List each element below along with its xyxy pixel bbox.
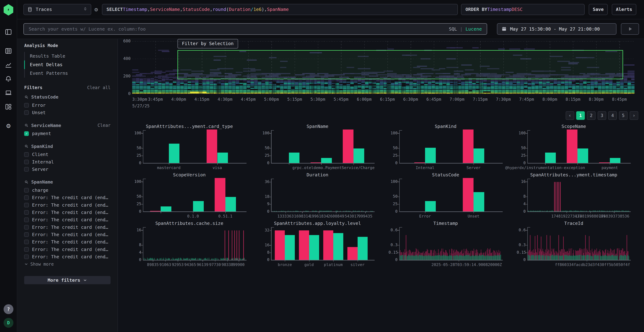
bar-green[interactable]	[578, 148, 588, 163]
checkbox[interactable]	[24, 103, 28, 108]
bar-pink[interactable]	[348, 247, 358, 260]
pagination-page-3[interactable]: 3	[598, 111, 606, 120]
checkbox[interactable]	[24, 203, 28, 207]
mini-chart-scope-version[interactable]: ScopeVersion025501000.1.00.51.1	[132, 172, 246, 219]
checkbox[interactable]	[24, 110, 28, 115]
checkbox[interactable]	[24, 188, 28, 192]
bar-pink[interactable]	[343, 130, 354, 163]
mini-chart-status-code[interactable]: StatusCode02550100ErrorUnset	[388, 172, 503, 219]
bar-green[interactable]	[354, 148, 364, 163]
pagination-prev[interactable]: ‹	[566, 111, 574, 120]
mini-chart-payment-timestamp[interactable]: SpanAttributes...yment.timestamp04816174…	[517, 172, 631, 219]
more-filters-button[interactable]: More filters	[24, 276, 110, 284]
mini-chart-timestamp[interactable]: Timestamp00.150.30.62025-05-28T03:59:14.…	[388, 220, 503, 268]
filter-option[interactable]: Error: The credit card (end…	[24, 246, 110, 253]
search-logs-icon[interactable]	[4, 46, 14, 56]
source-select[interactable]: Traces	[24, 4, 91, 15]
bar-green[interactable]	[321, 158, 332, 163]
filter-option[interactable]: charge	[24, 186, 110, 194]
mode-sql-toggle[interactable]: SQL	[449, 26, 457, 32]
bar-pink[interactable]	[310, 162, 321, 163]
filter-option[interactable]: Unset	[24, 109, 110, 116]
clear-all-link[interactable]: Clear all	[87, 85, 110, 90]
bar-pink[interactable]	[599, 162, 610, 163]
bar-green[interactable]	[474, 192, 484, 212]
source-settings-gear-icon[interactable]: ⚙	[94, 6, 98, 13]
filter-option[interactable]: Error	[24, 102, 110, 109]
search-input[interactable]: Search your events w/ Lucene ex. column:…	[24, 23, 487, 35]
mini-chart-cache-size[interactable]: SpanAttributes.cache.size048168983591063…	[132, 220, 246, 268]
help-button[interactable]: ?	[4, 304, 14, 314]
filter-option[interactable]: Error: The credit card (end…	[24, 202, 110, 209]
mode-lucene-toggle[interactable]: Lucene	[466, 26, 482, 32]
alerts-bell-icon[interactable]	[4, 74, 14, 84]
bar-pink[interactable]	[299, 230, 309, 260]
bar-green[interactable]	[425, 201, 436, 212]
checkbox[interactable]	[24, 195, 28, 200]
dashboards-layout-icon[interactable]	[4, 102, 14, 112]
bar-green[interactable]	[545, 152, 556, 163]
user-avatar[interactable]: D	[4, 318, 14, 328]
bar-green[interactable]	[425, 148, 436, 163]
bar-pink[interactable]	[150, 211, 161, 212]
sidebar-toggle-icon[interactable]	[4, 27, 14, 37]
bar-pink[interactable]	[567, 130, 578, 163]
pagination-page-2[interactable]: 2	[587, 111, 596, 120]
filter-option[interactable]: Client	[24, 151, 110, 158]
order-by-input[interactable]: ORDER BY Timestamp DESC	[461, 4, 584, 15]
save-button[interactable]: Save	[589, 4, 608, 15]
bar-green[interactable]	[285, 235, 295, 260]
pagination-page-1[interactable]: 1	[576, 111, 585, 120]
mini-chart-duration[interactable]: Duration09183613333631698314199618342600…	[260, 172, 374, 219]
filter-option[interactable]: Error: The credit card (end…	[24, 194, 110, 201]
checkbox[interactable]	[24, 210, 28, 215]
mini-chart-scope-name[interactable]: ScopeName02550100@hyperdx/instrumentatio…	[517, 124, 631, 170]
bar-green[interactable]	[217, 152, 228, 163]
checkbox[interactable]	[24, 218, 28, 222]
filter-clear-link[interactable]: Clear	[98, 123, 110, 128]
bar-pink[interactable]	[414, 162, 425, 163]
checkbox[interactable]	[24, 152, 28, 157]
checkbox[interactable]	[24, 225, 28, 230]
bar-green[interactable]	[474, 148, 484, 163]
bar-pink[interactable]	[215, 178, 226, 212]
alerts-button[interactable]: Alerts	[612, 4, 636, 15]
bar-pink[interactable]	[206, 130, 217, 163]
pagination-page-4[interactable]: 4	[608, 111, 617, 120]
filter-option[interactable]: Error: The credit card (end…	[24, 216, 110, 224]
checkbox-checked[interactable]: ✓	[24, 131, 28, 136]
bar-pink[interactable]	[323, 230, 333, 260]
checkbox[interactable]	[24, 254, 28, 259]
checkbox[interactable]	[24, 160, 28, 164]
filter-option[interactable]: Server	[24, 166, 110, 173]
select-clause-input[interactable]: SELECT Timestamp,ServiceName,StatusCode,…	[102, 4, 458, 15]
checkbox[interactable]	[24, 167, 28, 172]
filter-option[interactable]: Error: The credit card (end…	[24, 238, 110, 246]
mini-chart-loyalty-level[interactable]: SpanAttributes.app.loyalty.level081632br…	[260, 220, 374, 268]
bar-green[interactable]	[169, 144, 180, 163]
filter-option[interactable]: Error: The credit card (end…	[24, 224, 110, 231]
show-more-link[interactable]: Show more	[24, 260, 110, 268]
chart-explorer-icon[interactable]	[4, 60, 14, 70]
analysis-mode-event-patterns[interactable]: Event Patterns	[24, 69, 110, 78]
events-heatmap[interactable]: Filter by Selection 02004006003:30pm3:45…	[132, 41, 634, 94]
bar-green[interactable]	[358, 237, 368, 260]
bar-green[interactable]	[193, 201, 204, 212]
analysis-mode-event-deltas[interactable]: Event Deltas	[24, 60, 110, 69]
filter-option[interactable]: Error: The credit card (end…	[24, 209, 110, 216]
bar-green[interactable]	[309, 235, 319, 260]
settings-gear-icon[interactable]: ⚙	[4, 121, 14, 130]
filter-by-selection-button[interactable]: Filter by Selection	[178, 39, 238, 48]
bar-green[interactable]	[333, 233, 343, 260]
filter-option[interactable]: Internal	[24, 158, 110, 166]
hyperdx-logo[interactable]	[3, 4, 14, 16]
analysis-mode-results-table[interactable]: Results Table	[24, 52, 110, 60]
checkbox[interactable]	[24, 247, 28, 252]
pagination-page-5[interactable]: 5	[619, 111, 628, 120]
pagination-next[interactable]: ›	[630, 111, 638, 120]
mini-chart-card-type[interactable]: SpanAttributes...yment.card_type02550100…	[132, 124, 246, 170]
selection-rectangle[interactable]	[178, 50, 623, 79]
mini-chart-trace-id[interactable]: TraceId00.150.30.6ff860334facdb23d3f430f…	[517, 220, 631, 268]
bar-green[interactable]	[161, 206, 172, 212]
bar-pink[interactable]	[275, 230, 285, 260]
